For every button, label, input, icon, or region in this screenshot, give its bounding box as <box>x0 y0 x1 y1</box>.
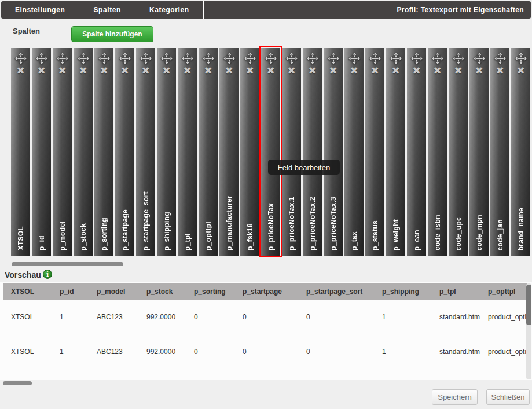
column[interactable]: ✖ XTSOL <box>11 48 30 256</box>
move-icon[interactable] <box>306 52 319 65</box>
table-cell: 0 <box>186 300 234 334</box>
menubar-spacer <box>204 1 397 19</box>
column[interactable]: ✖ code_mpn <box>469 48 489 256</box>
column[interactable]: ✖ p_tpl <box>178 48 197 256</box>
preview-vertical-scrollbar[interactable] <box>526 283 531 379</box>
move-icon[interactable] <box>431 52 444 65</box>
column[interactable]: ✖ p_shipping <box>157 48 176 256</box>
column[interactable]: ✖ p_ean <box>407 48 426 256</box>
close-icon[interactable]: ✖ <box>329 65 337 76</box>
column[interactable]: ✖ p_priceNoTax <box>261 48 280 256</box>
move-icon[interactable] <box>515 52 527 65</box>
move-icon[interactable] <box>202 52 215 65</box>
column[interactable]: ✖ p_status <box>365 48 384 256</box>
move-icon[interactable] <box>494 52 507 65</box>
close-icon[interactable]: ✖ <box>287 65 295 76</box>
move-icon[interactable] <box>285 52 298 65</box>
move-icon[interactable] <box>181 52 194 65</box>
move-icon[interactable] <box>77 52 90 65</box>
column[interactable]: ✖ code_upc <box>449 48 468 256</box>
move-icon[interactable] <box>473 52 486 65</box>
column[interactable]: ✖ p_startpage_sort <box>136 48 155 256</box>
close-button[interactable]: Schließen <box>486 389 530 405</box>
columns-horizontal-scrollbar-thumb[interactable] <box>12 262 123 266</box>
close-icon[interactable]: ✖ <box>266 65 274 76</box>
close-icon[interactable]: ✖ <box>516 65 524 76</box>
close-icon[interactable]: ✖ <box>454 65 462 76</box>
close-icon[interactable]: ✖ <box>412 65 420 76</box>
move-icon[interactable] <box>223 52 236 65</box>
close-icon[interactable]: ✖ <box>225 65 233 76</box>
close-icon[interactable]: ✖ <box>141 65 149 76</box>
column[interactable]: ✖ code_jan <box>490 48 509 256</box>
columns-section-title: Spalten <box>13 27 40 35</box>
column-icons: ✖ <box>324 52 343 76</box>
tab-einstellungen[interactable]: Einstellungen <box>1 1 79 19</box>
close-icon[interactable]: ✖ <box>162 65 170 76</box>
close-icon[interactable]: ✖ <box>245 65 254 76</box>
move-icon[interactable] <box>35 52 48 65</box>
column[interactable]: ✖ p_opttpl <box>199 48 218 256</box>
tab-kategorien[interactable]: Kategorien <box>135 1 204 19</box>
column[interactable]: ✖ p_startpage <box>115 48 134 256</box>
add-column-button[interactable]: Spalte hinzufügen <box>71 26 153 42</box>
close-icon[interactable]: ✖ <box>391 65 399 76</box>
preview-column-header: p_tpl <box>431 283 480 300</box>
move-icon[interactable] <box>369 52 381 65</box>
tab-spalten[interactable]: Spalten <box>79 1 135 19</box>
close-icon[interactable]: ✖ <box>204 65 212 76</box>
close-icon[interactable]: ✖ <box>37 65 45 76</box>
move-icon[interactable] <box>244 52 256 65</box>
close-icon[interactable]: ✖ <box>16 65 24 76</box>
column[interactable]: ✖ brand_name <box>511 48 530 256</box>
move-icon[interactable] <box>410 52 423 65</box>
column[interactable]: ✖ p_manufacturer <box>219 48 239 256</box>
move-icon[interactable] <box>265 52 277 65</box>
column[interactable]: ✖ p_sorting <box>94 48 113 256</box>
column[interactable]: ✖ p_weight <box>386 48 405 256</box>
column-label: p_priceNoTax.3 <box>329 197 337 250</box>
close-icon[interactable]: ✖ <box>183 65 191 76</box>
save-button[interactable]: Speichern <box>432 389 478 405</box>
move-icon[interactable] <box>14 52 27 65</box>
preview-horizontal-scrollbar-thumb[interactable] <box>3 381 32 385</box>
close-icon[interactable]: ✖ <box>79 65 87 76</box>
preview-vertical-scrollbar-thumb[interactable] <box>526 285 531 325</box>
move-icon[interactable] <box>140 52 152 65</box>
preview-table: XTSOLp_idp_modelp_stockp_sortingp_startp… <box>3 283 527 369</box>
close-icon[interactable]: ✖ <box>370 65 379 76</box>
column-label: p_fsk18 <box>246 223 254 250</box>
close-icon[interactable]: ✖ <box>496 65 504 76</box>
column-label: p_ean <box>413 230 421 250</box>
move-icon[interactable] <box>98 52 111 65</box>
close-icon[interactable]: ✖ <box>58 65 66 76</box>
close-icon[interactable]: ✖ <box>475 65 483 76</box>
move-icon[interactable] <box>327 52 340 65</box>
move-icon[interactable] <box>160 52 173 65</box>
close-icon[interactable]: ✖ <box>308 65 316 76</box>
close-icon[interactable]: ✖ <box>433 65 441 76</box>
column[interactable]: ✖ p_priceNoTax.1 <box>282 48 301 256</box>
info-icon[interactable]: i <box>43 270 52 279</box>
move-icon[interactable] <box>390 52 402 65</box>
column-label-wrap: p_tpl <box>178 233 197 250</box>
close-icon[interactable]: ✖ <box>120 65 129 76</box>
column-label-wrap: p_opttpl <box>199 222 218 250</box>
preview-column-header: p_model <box>89 283 138 300</box>
move-icon[interactable] <box>56 52 69 65</box>
column-icons: ✖ <box>365 52 384 76</box>
column[interactable]: ✖ p_tax <box>344 48 364 256</box>
move-icon[interactable] <box>119 52 131 65</box>
column[interactable]: ✖ p_priceNoTax.3 <box>324 48 343 256</box>
column[interactable]: ✖ p_stock <box>74 48 93 256</box>
move-icon[interactable] <box>452 52 465 65</box>
close-icon[interactable]: ✖ <box>350 65 358 76</box>
column[interactable]: ✖ code_isbn <box>428 48 447 256</box>
table-cell: 0 <box>234 300 298 334</box>
column[interactable]: ✖ p_priceNoTax.2 <box>303 48 322 256</box>
column[interactable]: ✖ p_fsk18 <box>240 48 259 256</box>
column[interactable]: ✖ p_id <box>32 48 51 256</box>
column[interactable]: ✖ p_model <box>53 48 72 256</box>
close-icon[interactable]: ✖ <box>100 65 108 76</box>
move-icon[interactable] <box>348 52 361 65</box>
